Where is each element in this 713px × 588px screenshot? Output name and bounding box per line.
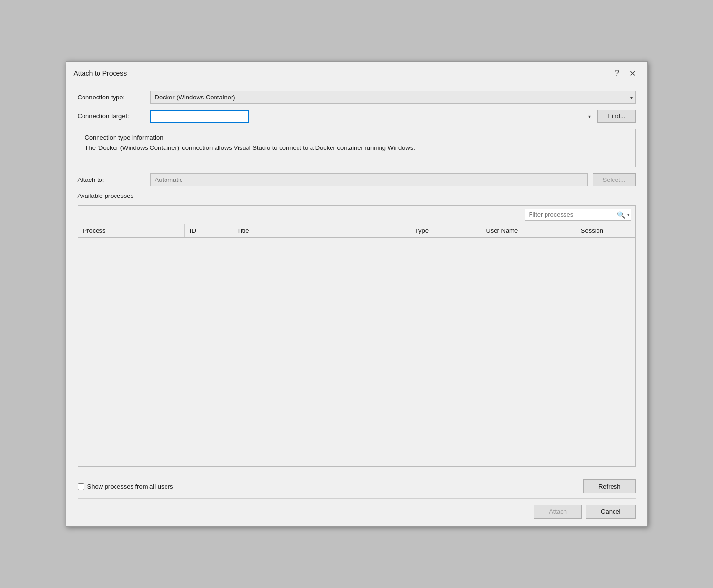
processes-section: 🔍 ▾ Process ID Title Type User Name <box>78 205 636 467</box>
connection-target-input[interactable] <box>150 110 249 123</box>
filter-row: 🔍 ▾ <box>78 206 635 224</box>
col-session[interactable]: Session <box>576 224 635 238</box>
col-username[interactable]: User Name <box>481 224 576 238</box>
available-processes-label: Available processes <box>78 192 636 199</box>
col-type[interactable]: Type <box>410 224 481 238</box>
process-table: Process ID Title Type User Name Session <box>78 224 635 466</box>
col-title[interactable]: Title <box>232 224 410 238</box>
attach-to-process-dialog: Attach to Process ? ✕ Connection type: D… <box>66 61 648 527</box>
connection-target-row: Connection target: ▾ Find... <box>78 110 636 123</box>
filter-dropdown-icon[interactable]: ▾ <box>627 212 630 217</box>
find-button[interactable]: Find... <box>597 110 635 123</box>
bottom-bar: Show processes from all users Refresh <box>66 474 647 498</box>
connection-target-label: Connection target: <box>78 113 146 120</box>
processes-table: Process ID Title Type User Name Session <box>78 224 635 238</box>
dialog-footer: Attach Cancel <box>66 499 647 526</box>
title-bar: Attach to Process ? ✕ <box>66 62 647 83</box>
connection-type-select[interactable]: Docker (Windows Container) Default Remot… <box>150 91 636 104</box>
filter-search-icon[interactable]: 🔍 <box>616 211 626 219</box>
help-button[interactable]: ? <box>611 67 624 79</box>
show-all-users-checkbox[interactable] <box>78 483 84 490</box>
close-button[interactable]: ✕ <box>626 67 640 79</box>
attach-to-label: Attach to: <box>78 176 146 183</box>
col-id[interactable]: ID <box>184 224 232 238</box>
connection-type-row: Connection type: Docker (Windows Contain… <box>78 91 636 104</box>
filter-processes-input[interactable] <box>525 209 631 221</box>
connection-type-control: Docker (Windows Container) Default Remot… <box>150 91 636 104</box>
info-box-text: The 'Docker (Windows Container)' connect… <box>85 144 629 151</box>
connection-info-box: Connection type information The 'Docker … <box>78 129 636 167</box>
refresh-button[interactable]: Refresh <box>583 479 636 493</box>
show-all-users-checkbox-label[interactable]: Show processes from all users <box>78 483 173 490</box>
col-process[interactable]: Process <box>78 224 185 238</box>
attach-to-row: Attach to: Select... <box>78 173 636 186</box>
connection-target-dropdown-icon: ▾ <box>588 114 591 119</box>
select-button[interactable]: Select... <box>593 173 636 186</box>
cancel-button[interactable]: Cancel <box>586 505 635 519</box>
info-box-title: Connection type information <box>85 134 629 141</box>
connection-type-label: Connection type: <box>78 94 146 101</box>
attach-to-input[interactable] <box>150 173 588 186</box>
dialog-title: Attach to Process <box>74 69 127 77</box>
attach-button[interactable]: Attach <box>534 505 582 519</box>
show-all-users-label: Show processes from all users <box>87 483 173 490</box>
dialog-body: Connection type: Docker (Windows Contain… <box>66 83 647 474</box>
